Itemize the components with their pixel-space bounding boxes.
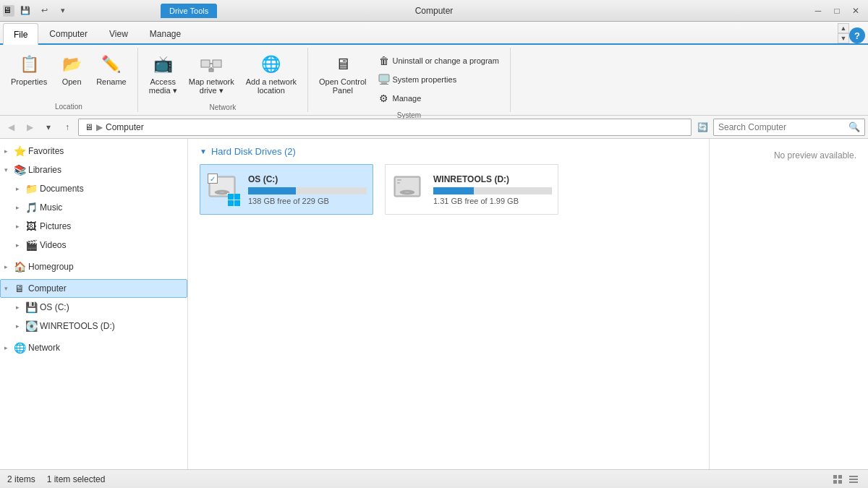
svg-point-22 (405, 192, 409, 193)
minimize-button[interactable]: ─ (809, 4, 827, 18)
access-media-icon: 📺 (151, 53, 174, 76)
ribbon-down-button[interactable]: ▼ (838, 33, 849, 43)
sidebar-item-d-drive[interactable]: ▸ 💽 WINRETOOLS (D:) (0, 317, 187, 335)
d-drive-icon: 💽 (25, 320, 38, 333)
homegroup-expand-icon[interactable]: ▸ (1, 263, 11, 270)
c-drive-expand-icon[interactable]: ▸ (12, 304, 22, 311)
libraries-expand-icon[interactable]: ▾ (1, 166, 11, 174)
properties-button[interactable]: 📋 Properties (6, 49, 52, 90)
ribbon-up-button[interactable]: ▲ (838, 23, 849, 33)
no-preview-text: No preview available. (774, 150, 856, 160)
title-bar-controls: ─ □ ✕ (809, 4, 865, 18)
rename-button[interactable]: ✏️ Rename (91, 49, 132, 90)
d-drive-expand-icon[interactable]: ▸ (12, 322, 22, 330)
address-box[interactable]: 🖥 ▶ Computer (78, 119, 692, 136)
view-buttons (830, 473, 861, 486)
drive-c-info: OS (C:) 138 GB free of 229 GB (248, 174, 367, 205)
system-properties-button[interactable]: System properties (373, 71, 504, 88)
control-panel-button[interactable]: 🖥 Open ControlPanel (314, 49, 371, 98)
sidebar-item-network[interactable]: ▸ 🌐 Network (0, 338, 187, 357)
drive-item-c[interactable]: ✓ OS (C:) 138 GB free of 229 GB (200, 164, 373, 215)
sidebar-item-computer[interactable]: ▾ 🖥 Computer (0, 279, 187, 298)
favorites-label: Favorites (28, 146, 64, 156)
documents-expand-icon[interactable]: ▸ (12, 185, 22, 192)
network-label: Network (28, 343, 60, 353)
ribbon-group-network: 📺 Accessmedia ▾ Map networkdrive ▾ 🌐 (138, 48, 308, 112)
map-network-icon (200, 53, 223, 76)
sidebar-item-pictures[interactable]: ▸ 🖼 Pictures (0, 217, 187, 236)
computer-expand-icon[interactable]: ▾ (1, 285, 11, 292)
pictures-expand-icon[interactable]: ▸ (12, 223, 22, 230)
title-bar: 🖥 💾 ↩ ▾ Drive Tools Computer ─ □ ✕ (0, 0, 868, 22)
up-button[interactable]: ↑ (59, 119, 75, 135)
large-icons-view-button[interactable] (830, 473, 845, 486)
svg-rect-30 (849, 479, 858, 480)
documents-icon: 📁 (25, 182, 38, 195)
rename-icon: ✏️ (100, 53, 123, 76)
back-button[interactable]: ◀ (3, 119, 19, 135)
favorites-icon: ⭐ (13, 145, 26, 158)
svg-point-11 (220, 192, 224, 193)
refresh-button[interactable]: 🔄 (694, 119, 710, 135)
uninstall-button[interactable]: 🗑 Uninstall or change a program (373, 52, 504, 69)
access-media-button[interactable]: 📺 Accessmedia ▾ (144, 49, 182, 99)
items-count: 2 items (7, 474, 35, 484)
manage-button[interactable]: ⚙ Manage (373, 90, 504, 107)
sidebar-item-music[interactable]: ▸ 🎵 Music (0, 198, 187, 217)
svg-rect-27 (833, 480, 837, 484)
sidebar-item-homegroup[interactable]: ▸ 🏠 Homegroup (0, 257, 187, 276)
tab-computer[interactable]: Computer (38, 23, 98, 43)
drive-c-icon: ✓ (206, 172, 241, 207)
properties-icon: 📋 (17, 53, 41, 76)
sidebar-item-c-drive[interactable]: ▸ 💾 OS (C:) (0, 298, 187, 317)
open-button[interactable]: 📂 Open (54, 49, 90, 90)
svg-rect-24 (397, 182, 400, 184)
quick-access-undo[interactable]: ↩ (36, 4, 52, 18)
svg-rect-25 (833, 475, 837, 479)
sidebar-item-documents[interactable]: ▸ 📁 Documents (0, 179, 187, 198)
svg-rect-3 (209, 69, 213, 72)
drive-item-d[interactable]: WINRETOOLS (D:) 1.31 GB free of 1.99 GB (385, 164, 558, 215)
maximize-button[interactable]: □ (827, 4, 846, 18)
forward-button[interactable]: ▶ (22, 119, 38, 135)
tab-file[interactable]: File (3, 23, 38, 45)
map-network-button[interactable]: Map networkdrive ▾ (184, 49, 239, 99)
drive-c-name: OS (C:) (248, 174, 367, 184)
ribbon-group-network-label: Network (210, 102, 237, 111)
svg-rect-15 (228, 194, 234, 200)
svg-rect-18 (234, 200, 240, 206)
search-input[interactable] (718, 122, 846, 132)
network-icon: 🌐 (13, 341, 26, 354)
hard-disk-drives-header[interactable]: ▼ Hard Disk Drives (2) (200, 146, 697, 157)
preview-panel: No preview available. (709, 139, 868, 469)
recent-locations-button[interactable]: ▾ (41, 119, 56, 135)
address-path: Computer (106, 122, 144, 132)
main-area: ▸ ⭐ Favorites ▾ 📚 Libraries ▸ 📁 Document… (0, 139, 868, 469)
sidebar-item-favorites[interactable]: ▸ ⭐ Favorites (0, 142, 187, 160)
network-expand-icon[interactable]: ▸ (1, 344, 11, 351)
search-box[interactable]: 🔍 (713, 119, 865, 136)
search-icon[interactable]: 🔍 (848, 121, 860, 132)
svg-rect-17 (228, 200, 234, 206)
music-expand-icon[interactable]: ▸ (12, 204, 22, 211)
sidebar-item-videos[interactable]: ▸ 🎬 Videos (0, 236, 187, 254)
tab-manage[interactable]: Manage (139, 23, 192, 43)
d-drive-label: WINRETOOLS (D:) (40, 321, 115, 331)
help-button[interactable]: ? (849, 27, 865, 43)
drive-d-icon (391, 172, 426, 207)
videos-expand-icon[interactable]: ▸ (12, 241, 22, 249)
svg-rect-0 (201, 60, 210, 67)
tab-view[interactable]: View (98, 23, 139, 43)
add-network-icon: 🌐 (260, 53, 283, 76)
sidebar-item-libraries[interactable]: ▾ 📚 Libraries (0, 160, 187, 179)
quick-access-save[interactable]: 💾 (17, 4, 33, 18)
favorites-expand-icon[interactable]: ▸ (1, 147, 11, 155)
details-view-button[interactable] (846, 473, 861, 486)
drive-c-checkbox[interactable]: ✓ (208, 174, 218, 184)
add-network-button[interactable]: 🌐 Add a networklocation (241, 49, 302, 98)
ribbon-group-location: 📋 Properties 📂 Open ✏️ Rename Location (0, 48, 138, 112)
quick-access-dropdown[interactable]: ▾ (55, 4, 71, 18)
close-button[interactable]: ✕ (846, 4, 865, 18)
drive-tools-contextual-tab[interactable]: Drive Tools (161, 4, 217, 18)
system-properties-icon (378, 74, 390, 85)
